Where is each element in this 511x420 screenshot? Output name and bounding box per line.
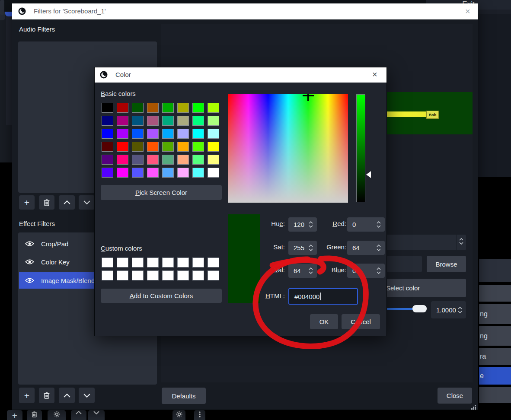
- close-button[interactable]: Close: [438, 388, 472, 404]
- custom-color-swatch[interactable]: [162, 258, 174, 267]
- cancel-button[interactable]: Cancel: [342, 314, 380, 329]
- ok-button[interactable]: OK: [310, 314, 338, 329]
- sources-add-button[interactable]: +: [7, 410, 22, 420]
- controls-button-fragment[interactable]: ra: [479, 348, 511, 365]
- controls-button-fragment[interactable]: ng: [479, 304, 511, 324]
- browse-button[interactable]: Browse: [427, 256, 466, 272]
- basic-color-swatch[interactable]: [208, 129, 219, 139]
- basic-color-swatch[interactable]: [162, 155, 174, 165]
- basic-color-swatch[interactable]: [117, 103, 128, 113]
- green-spinbox[interactable]: 64: [347, 241, 385, 255]
- basic-color-swatch[interactable]: [132, 129, 144, 139]
- custom-color-swatch[interactable]: [132, 270, 144, 280]
- blue-spinbox[interactable]: 0: [347, 264, 385, 278]
- basic-color-swatch[interactable]: [208, 168, 219, 178]
- pick-screen-color-button[interactable]: Pick Screen Color: [101, 185, 222, 200]
- hue-sat-gradient[interactable]: [228, 94, 348, 203]
- basic-color-swatch[interactable]: [162, 168, 174, 178]
- eye-icon[interactable]: [25, 241, 34, 247]
- basic-color-swatch[interactable]: [162, 129, 174, 139]
- custom-color-swatch[interactable]: [102, 258, 113, 267]
- basic-color-swatch[interactable]: [192, 155, 204, 165]
- controls-button-fragment[interactable]: [479, 285, 511, 302]
- basic-color-swatch[interactable]: [208, 116, 219, 126]
- opacity-spinbox[interactable]: 1.0000: [431, 301, 466, 318]
- basic-color-swatch[interactable]: [117, 142, 128, 152]
- controls-active-button-fragment[interactable]: e: [479, 367, 511, 385]
- custom-color-swatch[interactable]: [177, 258, 189, 267]
- effect-filter-up-button[interactable]: [59, 388, 75, 403]
- audio-filter-add-button[interactable]: +: [19, 195, 35, 210]
- custom-color-swatch[interactable]: [192, 270, 204, 280]
- filters-dialog-titlebar[interactable]: Filters for 'Scoreboard_1' ×: [12, 3, 478, 19]
- basic-color-swatch[interactable]: [162, 103, 174, 113]
- resize-grip[interactable]: [471, 404, 476, 410]
- custom-color-swatch[interactable]: [117, 258, 128, 267]
- sources-move-up-button[interactable]: [71, 410, 86, 420]
- mask-type-combobox[interactable]: [379, 235, 466, 250]
- effect-filter-remove-button[interactable]: [39, 388, 54, 403]
- controls-button-fragment[interactable]: [479, 259, 511, 282]
- sources-remove-button[interactable]: [27, 410, 42, 420]
- custom-color-swatch[interactable]: [208, 270, 219, 280]
- basic-color-swatch[interactable]: [132, 168, 144, 178]
- basic-color-swatch[interactable]: [162, 116, 174, 126]
- controls-button-fragment[interactable]: [479, 387, 511, 403]
- basic-color-swatch[interactable]: [132, 116, 144, 126]
- basic-color-swatch[interactable]: [208, 103, 219, 113]
- custom-color-swatch[interactable]: [147, 258, 159, 267]
- basic-color-swatch[interactable]: [117, 168, 128, 178]
- custom-color-swatch[interactable]: [102, 270, 113, 280]
- basic-color-swatch[interactable]: [102, 142, 113, 152]
- combobox-arrows[interactable]: [459, 238, 463, 245]
- custom-color-swatch[interactable]: [177, 270, 189, 280]
- audio-filter-up-button[interactable]: [59, 195, 75, 210]
- spinbox-arrows[interactable]: [458, 307, 466, 313]
- basic-color-swatch[interactable]: [208, 155, 219, 165]
- custom-color-swatch[interactable]: [147, 270, 159, 280]
- basic-color-swatch[interactable]: [132, 142, 144, 152]
- basic-color-swatch[interactable]: [147, 116, 159, 126]
- basic-color-swatch[interactable]: [132, 155, 144, 165]
- basic-color-swatch[interactable]: [132, 103, 144, 113]
- basic-color-swatch[interactable]: [208, 142, 219, 152]
- basic-color-swatch[interactable]: [162, 142, 174, 152]
- basic-color-swatch[interactable]: [192, 142, 204, 152]
- basic-color-swatch[interactable]: [177, 129, 189, 139]
- basic-color-swatch[interactable]: [177, 116, 189, 126]
- custom-color-swatch[interactable]: [117, 270, 128, 280]
- close-icon[interactable]: ×: [465, 6, 470, 16]
- value-slider-arrow[interactable]: [366, 171, 371, 178]
- color-dialog-titlebar[interactable]: Color ×: [95, 67, 386, 83]
- basic-color-swatch[interactable]: [117, 116, 128, 126]
- basic-color-swatch[interactable]: [147, 168, 159, 178]
- audio-filter-down-button[interactable]: [79, 195, 95, 210]
- basic-color-swatch[interactable]: [102, 129, 113, 139]
- controls-button-fragment[interactable]: ng: [479, 326, 511, 346]
- red-spinbox[interactable]: 0: [347, 217, 385, 232]
- basic-color-swatch[interactable]: [102, 168, 113, 178]
- basic-color-swatch[interactable]: [102, 103, 113, 113]
- eye-icon[interactable]: [25, 277, 34, 283]
- sources-properties-button[interactable]: [48, 410, 66, 420]
- defaults-button[interactable]: Defaults: [162, 388, 206, 404]
- basic-color-swatch[interactable]: [147, 103, 159, 113]
- basic-color-swatch[interactable]: [192, 103, 204, 113]
- effect-filter-down-button[interactable]: [79, 388, 95, 403]
- basic-color-swatch[interactable]: [117, 155, 128, 165]
- custom-color-swatch[interactable]: [208, 258, 219, 267]
- basic-color-swatch[interactable]: [177, 168, 189, 178]
- basic-color-swatch[interactable]: [147, 129, 159, 139]
- mixer-menu-button[interactable]: [194, 410, 205, 420]
- basic-color-swatch[interactable]: [102, 155, 113, 165]
- audio-filter-remove-button[interactable]: [39, 195, 54, 210]
- effect-filter-add-button[interactable]: +: [19, 388, 35, 403]
- basic-color-swatch[interactable]: [147, 155, 159, 165]
- basic-color-swatch[interactable]: [147, 142, 159, 152]
- basic-color-swatch[interactable]: [102, 116, 113, 126]
- opacity-slider-handle[interactable]: [412, 305, 427, 312]
- custom-color-swatch[interactable]: [132, 258, 144, 267]
- sources-move-down-button[interactable]: [88, 410, 105, 420]
- value-slider[interactable]: [356, 94, 365, 202]
- add-to-custom-colors-button[interactable]: Add to Custom Colors: [101, 289, 222, 303]
